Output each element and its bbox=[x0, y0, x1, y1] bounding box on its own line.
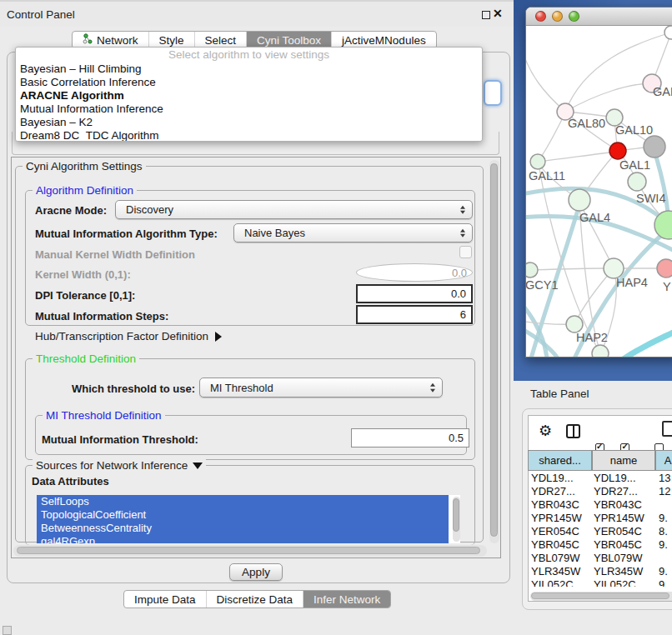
network-node-gcy1[interactable] bbox=[526, 262, 538, 278]
which-threshold-value: MI Threshold bbox=[210, 382, 273, 394]
manual-kernel-checkbox[interactable] bbox=[459, 246, 472, 258]
network-node-gal11[interactable] bbox=[530, 154, 545, 169]
bottom-tab-infer-network[interactable]: Infer Network bbox=[303, 591, 390, 608]
column-header-shared[interactable]: shared... bbox=[528, 450, 592, 471]
cyni-settings-group-title: Cyni Algorithm Settings bbox=[23, 160, 146, 172]
which-threshold-select[interactable]: MI Threshold bbox=[199, 378, 443, 398]
close-icon[interactable]: ✕ bbox=[493, 7, 503, 20]
data-tools-tabbar: Impute DataDiscretize DataInfer Network bbox=[123, 590, 391, 608]
minimize-traffic-light-icon[interactable] bbox=[552, 11, 563, 22]
column-header-name[interactable]: name bbox=[592, 450, 655, 471]
network-node-gal1[interactable] bbox=[609, 142, 626, 159]
aracne-mode-select[interactable]: Discovery bbox=[115, 200, 473, 219]
collapse-down-icon[interactable] bbox=[193, 462, 203, 469]
float-window-icon[interactable] bbox=[482, 11, 490, 19]
algorithm-option-bayesian-hill-climbing[interactable]: Bayesian – Hill Climbing bbox=[16, 62, 482, 76]
mi-type-select[interactable]: Naive Bayes bbox=[233, 223, 473, 242]
table-row[interactable]: YER054CYER054C8. bbox=[528, 525, 672, 538]
table-row[interactable]: YDL19...YDL19...13 bbox=[528, 472, 672, 485]
table-row[interactable]: YPR145WYPR145W9. bbox=[528, 512, 672, 525]
algorithm-option-mutual-information-inference[interactable]: Mutual Information Inference bbox=[16, 102, 482, 116]
dpi-tolerance-field[interactable]: 0.0 bbox=[356, 284, 473, 303]
attribute-item-selfloops[interactable]: SelfLoops bbox=[37, 495, 449, 508]
tab-label: Network bbox=[97, 34, 138, 47]
node-label: SWI4 bbox=[636, 192, 665, 205]
network-edge[interactable] bbox=[565, 32, 671, 112]
network-edge[interactable] bbox=[538, 113, 565, 162]
hub-definition-label: Hub/Transcription Factor Definition bbox=[35, 330, 208, 342]
tab-jactivemnodules[interactable]: jActiveMNodules bbox=[332, 32, 436, 48]
table-cell: 12 bbox=[659, 485, 672, 498]
network-edge[interactable] bbox=[526, 296, 547, 358]
network-node-y[interactable] bbox=[657, 259, 672, 278]
combo-spinner-icon bbox=[460, 205, 465, 214]
bottom-tab-discretize-data[interactable]: Discretize Data bbox=[207, 591, 304, 608]
algorithm-option-basic-correlation-inference[interactable]: Basic Correlation Inference bbox=[16, 76, 482, 89]
tab-select[interactable]: Select bbox=[195, 32, 248, 48]
zoom-traffic-light-icon[interactable] bbox=[569, 11, 579, 22]
mi-steps-field[interactable]: 6 bbox=[356, 305, 473, 324]
settings-horizontal-scrollbar[interactable] bbox=[13, 545, 487, 557]
attribute-item-topologicalcoefficient[interactable]: TopologicalCoefficient bbox=[37, 508, 449, 522]
attributes-list-scrollbar[interactable] bbox=[453, 497, 460, 542]
node-label: HAP2 bbox=[576, 331, 608, 344]
network-node[interactable] bbox=[644, 136, 665, 158]
network-edge[interactable] bbox=[622, 330, 672, 358]
network-edge[interactable] bbox=[538, 152, 618, 162]
tab-label: Infer Network bbox=[313, 593, 380, 606]
network-window-titlebar[interactable] bbox=[526, 8, 672, 26]
mi-threshold-field[interactable]: 0.5 bbox=[351, 428, 469, 448]
table-row[interactable]: YBL079WYBL079W bbox=[528, 552, 672, 565]
expand-right-icon[interactable] bbox=[215, 332, 222, 342]
node-label: GAL1 bbox=[619, 158, 650, 172]
bottom-tab-impute-data[interactable]: Impute Data bbox=[124, 591, 207, 608]
tab-style[interactable]: Style bbox=[149, 32, 195, 48]
algorithm-option-aracne-algorithm[interactable]: ARACNE Algorithm bbox=[16, 89, 482, 102]
settings-vertical-scrollbar[interactable] bbox=[489, 160, 499, 543]
column-header-a[interactable]: A bbox=[655, 450, 672, 471]
algorithm-option-dream8-dc-tdc-algorithm[interactable]: Dream8 DC_TDC Algorithm bbox=[16, 129, 482, 142]
table-cell: YBL079W bbox=[594, 552, 654, 565]
node-label: GCY1 bbox=[526, 278, 559, 292]
sources-group-title[interactable]: Sources for Network Inference bbox=[33, 459, 206, 472]
attribute-item-betweennesscentrality[interactable]: BetweennessCentrality bbox=[37, 522, 449, 535]
network-window[interactable]: GALGAL80GAL10GAL1GAL11SWI4GAL4GCY1HAP4YH… bbox=[525, 7, 672, 358]
window-grip-icon[interactable] bbox=[3, 626, 12, 635]
table-cell: YBL079W bbox=[531, 552, 591, 565]
table-cell: YDR27... bbox=[531, 485, 591, 498]
close-traffic-light-icon[interactable] bbox=[535, 11, 546, 22]
network-edge[interactable] bbox=[530, 268, 604, 270]
network-canvas[interactable]: GALGAL80GAL10GAL1GAL11SWI4GAL4GCY1HAP4YH… bbox=[526, 26, 672, 358]
new-table-icon[interactable] bbox=[662, 421, 672, 437]
table-row[interactable]: YIL052CYIL052C9. bbox=[528, 578, 672, 587]
network-node-hap2[interactable] bbox=[566, 316, 583, 332]
algorithm-option-bayesian-k2[interactable]: Bayesian – K2 bbox=[16, 116, 482, 129]
attribute-item-gal4rgexp[interactable]: gal4RGexp bbox=[37, 535, 449, 543]
apply-button[interactable]: Apply bbox=[229, 563, 283, 581]
network-node[interactable] bbox=[592, 345, 609, 358]
mi-type-label: Mutual Information Algorithm Type: bbox=[35, 228, 218, 240]
algorithm-dropdown: Select algorithm to view settings Bayesi… bbox=[15, 47, 483, 142]
table-row[interactable]: YLR345WYLR345W9. bbox=[528, 565, 672, 578]
table-row[interactable]: YBR045CYBR045C9. bbox=[528, 538, 672, 552]
tab-cyni-toolbox[interactable]: Cyni Toolbox bbox=[247, 32, 332, 48]
kernel-width-field[interactable]: 0.0 bbox=[356, 263, 473, 282]
table-row[interactable]: YDR27...YDR27...12 bbox=[528, 485, 672, 498]
network-node[interactable] bbox=[664, 26, 672, 39]
tab-network[interactable]: Network bbox=[73, 32, 149, 48]
aracne-mode-label: Aracne Mode: bbox=[35, 204, 107, 217]
network-node-gal4[interactable] bbox=[569, 189, 590, 211]
network-edge[interactable] bbox=[526, 50, 565, 112]
hub-definition-expander[interactable]: Hub/Transcription Factor Definition bbox=[35, 330, 222, 342]
table-cell: 9. bbox=[659, 565, 672, 578]
gear-icon[interactable]: ⚙ bbox=[539, 422, 552, 440]
table-row[interactable]: YBR043CYBR043C bbox=[528, 498, 672, 512]
data-attributes-list[interactable]: SelfLoopsTopologicalCoefficientBetweenne… bbox=[37, 495, 460, 543]
table-horizontal-scrollbar[interactable] bbox=[530, 592, 672, 601]
dpi-tolerance-label: DPI Tolerance [0,1]: bbox=[35, 289, 135, 302]
table-cell: YPR145W bbox=[531, 512, 591, 525]
table-cell: YLR345W bbox=[531, 565, 591, 578]
column-layout-icon[interactable] bbox=[566, 424, 580, 438]
network-node-swi4[interactable] bbox=[628, 172, 646, 191]
table-cell: YBR043C bbox=[531, 498, 591, 512]
